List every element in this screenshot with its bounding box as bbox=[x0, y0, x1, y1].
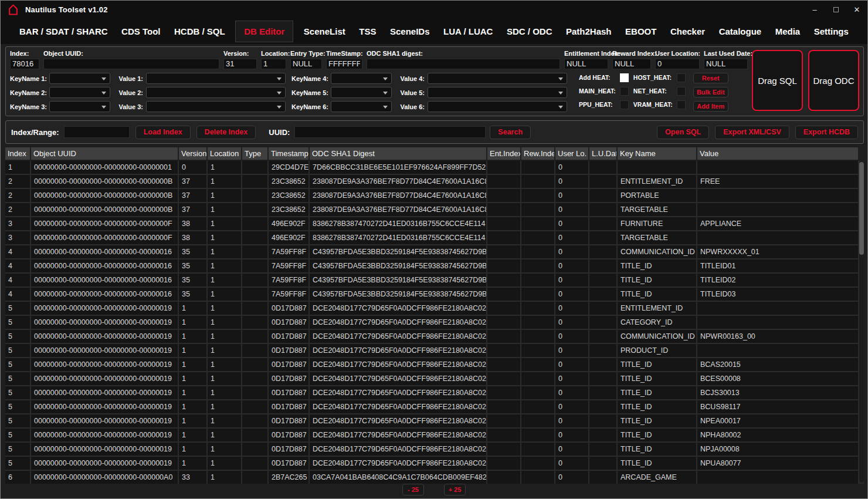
field-input-entitlement-index[interactable] bbox=[564, 59, 608, 69]
field-input-version[interactable] bbox=[223, 59, 257, 69]
table-row[interactable]: 500000000-00000000-00000000-00000019110D… bbox=[5, 316, 864, 329]
checkbox-host-heat[interactable] bbox=[677, 73, 686, 82]
tab-scenelist[interactable]: SceneList bbox=[300, 22, 349, 41]
tab-bar-sdat-sharc[interactable]: BAR / SDAT / SHARC bbox=[16, 22, 111, 41]
table-row[interactable]: 500000000-00000000-00000000-00000019110D… bbox=[5, 330, 864, 343]
table-row[interactable]: 500000000-00000000-00000000-00000019110D… bbox=[5, 400, 864, 413]
scrollbar-thumb[interactable] bbox=[859, 162, 864, 255]
table-cell-version: 35 bbox=[179, 259, 206, 272]
select-keyname-3[interactable] bbox=[49, 101, 110, 112]
table-row[interactable]: 200000000-00000000-00000000-0000000B3712… bbox=[5, 203, 864, 216]
table-row[interactable]: 400000000-00000000-00000000-000000163517… bbox=[5, 259, 864, 272]
tab-eboot[interactable]: EBOOT bbox=[622, 22, 660, 41]
field-input-user-location[interactable] bbox=[655, 59, 700, 69]
table-row[interactable]: 400000000-00000000-00000000-000000163517… bbox=[5, 245, 864, 258]
table-cell-type bbox=[242, 189, 267, 202]
next-25-button[interactable]: + 25 bbox=[444, 484, 466, 495]
table-row[interactable]: 500000000-00000000-00000000-00000019110D… bbox=[5, 302, 864, 315]
select-keyname-6[interactable] bbox=[331, 101, 392, 112]
tab-hcdb-sql[interactable]: HCDB / SQL bbox=[171, 22, 229, 41]
select-value-6[interactable] bbox=[428, 101, 567, 112]
select-value-4[interactable] bbox=[428, 73, 567, 84]
table-cell-version: 1 bbox=[179, 372, 206, 385]
close-button[interactable]: ✕ bbox=[846, 1, 867, 18]
checkbox-net-heat[interactable] bbox=[677, 87, 686, 96]
minimize-button[interactable]: – bbox=[804, 1, 825, 18]
table-row[interactable]: 500000000-00000000-00000000-00000019110D… bbox=[5, 386, 864, 399]
table-row[interactable]: 500000000-00000000-00000000-00000019110D… bbox=[5, 414, 864, 427]
field-input-entry-type[interactable] bbox=[290, 59, 322, 69]
table-row[interactable]: 500000000-00000000-00000000-00000019110D… bbox=[5, 372, 864, 385]
field-input-last-used-date[interactable] bbox=[704, 59, 748, 69]
tab-media[interactable]: Media bbox=[772, 22, 804, 41]
select-keyname-2[interactable] bbox=[49, 87, 110, 98]
field-last-used-date: Last Used Date: bbox=[704, 50, 748, 69]
open-sql-button[interactable]: Open SQL bbox=[657, 126, 709, 139]
prev-25-button[interactable]: - 25 bbox=[402, 484, 424, 495]
search-button[interactable]: Search bbox=[490, 126, 531, 139]
table-row[interactable]: 500000000-00000000-00000000-00000019110D… bbox=[5, 429, 864, 441]
select-value-2[interactable] bbox=[146, 87, 286, 98]
drag-odc-box[interactable]: Drag ODC bbox=[808, 50, 859, 111]
select-value-5[interactable] bbox=[428, 87, 567, 98]
table-row[interactable]: 500000000-00000000-00000000-00000019110D… bbox=[5, 443, 864, 456]
export-xml-csv-button[interactable]: Export XML/CSV bbox=[715, 126, 789, 139]
table-cell-value bbox=[697, 231, 858, 244]
export-hcdb-button[interactable]: Export HCDB bbox=[795, 126, 858, 139]
tab-db-editor[interactable]: DB Editor bbox=[235, 21, 293, 42]
select-keyname-4[interactable] bbox=[331, 73, 392, 84]
maximize-button[interactable] bbox=[825, 1, 846, 18]
select-keyname-5[interactable] bbox=[331, 87, 392, 98]
field-input-odc-sha1-digest[interactable] bbox=[367, 59, 560, 69]
checkbox-ppu-heat[interactable] bbox=[620, 100, 629, 109]
table-row[interactable]: 400000000-00000000-00000000-000000163517… bbox=[5, 288, 864, 301]
select-value-3[interactable] bbox=[146, 101, 286, 112]
select-value-1[interactable] bbox=[146, 73, 286, 84]
table-cell-value: APPLIANCE bbox=[697, 217, 858, 230]
button-reset[interactable]: Reset bbox=[693, 73, 728, 83]
tab-checker[interactable]: Checker bbox=[667, 22, 708, 41]
button-bulk-edit[interactable]: Bulk Edit bbox=[693, 87, 728, 97]
uuid-input[interactable] bbox=[294, 126, 486, 138]
delete-index-button[interactable]: Delete Index bbox=[196, 126, 256, 139]
field-user-location: User Location: bbox=[655, 50, 700, 69]
tab-tss[interactable]: TSS bbox=[355, 22, 379, 41]
table-row[interactable]: 300000000-00000000-00000000-0000000F3814… bbox=[5, 231, 864, 244]
field-input-index[interactable] bbox=[10, 59, 39, 69]
tab-cds-tool[interactable]: CDS Tool bbox=[118, 22, 164, 41]
table-row[interactable]: 100000000-00000000-00000000-000000010129… bbox=[5, 161, 864, 174]
field-input-object-uuid[interactable] bbox=[43, 59, 219, 69]
load-index-button[interactable]: Load Index bbox=[135, 126, 191, 139]
table-cell-l-u-date bbox=[589, 231, 616, 244]
table-row[interactable]: 200000000-00000000-00000000-0000000B3712… bbox=[5, 175, 864, 188]
tab-lua-luac[interactable]: LUA / LUAC bbox=[440, 22, 496, 41]
table-cell-object-uuid: 00000000-00000000-00000000-000000A0 bbox=[31, 471, 178, 484]
table-scrollbar[interactable] bbox=[859, 161, 864, 483]
tab-catalogue[interactable]: Catalogue bbox=[716, 22, 765, 41]
tab-sdc-odc[interactable]: SDC / ODC bbox=[503, 22, 556, 41]
index-range-input[interactable] bbox=[64, 126, 130, 138]
checkbox-main-heat[interactable] bbox=[620, 87, 629, 96]
table-cell-l-u-date bbox=[589, 189, 616, 202]
drag-sql-box[interactable]: Drag SQL bbox=[752, 50, 803, 111]
table-row[interactable]: 300000000-00000000-00000000-0000000F3814… bbox=[5, 217, 864, 230]
tab-settings[interactable]: Settings bbox=[811, 22, 852, 41]
checkbox-add-heat[interactable] bbox=[620, 73, 629, 82]
table-cell-location: 1 bbox=[208, 245, 241, 258]
table-row[interactable]: 500000000-00000000-00000000-00000019110D… bbox=[5, 457, 864, 470]
field-input-reward-index[interactable] bbox=[612, 59, 651, 69]
checkbox-vram-heat[interactable] bbox=[677, 100, 686, 109]
tab-sceneids[interactable]: SceneIDs bbox=[386, 22, 433, 41]
table-row[interactable]: 500000000-00000000-00000000-00000019110D… bbox=[5, 344, 864, 357]
select-keyname-1[interactable] bbox=[49, 73, 110, 84]
table-cell-version: 1 bbox=[179, 400, 206, 413]
table-row[interactable]: 600000000-00000000-00000000-000000A03312… bbox=[5, 471, 864, 484]
field-input-location[interactable] bbox=[261, 59, 286, 69]
field-input-timestamp[interactable] bbox=[326, 59, 362, 69]
table-row[interactable]: 400000000-00000000-00000000-000000163517… bbox=[5, 274, 864, 286]
button-add-item[interactable]: Add Item bbox=[693, 101, 728, 112]
table-cell-user-lo: 0 bbox=[555, 288, 588, 301]
table-row[interactable]: 500000000-00000000-00000000-00000019110D… bbox=[5, 358, 864, 371]
table-row[interactable]: 200000000-00000000-00000000-0000000B3712… bbox=[5, 189, 864, 202]
tab-path2hash[interactable]: Path2Hash bbox=[562, 22, 615, 41]
